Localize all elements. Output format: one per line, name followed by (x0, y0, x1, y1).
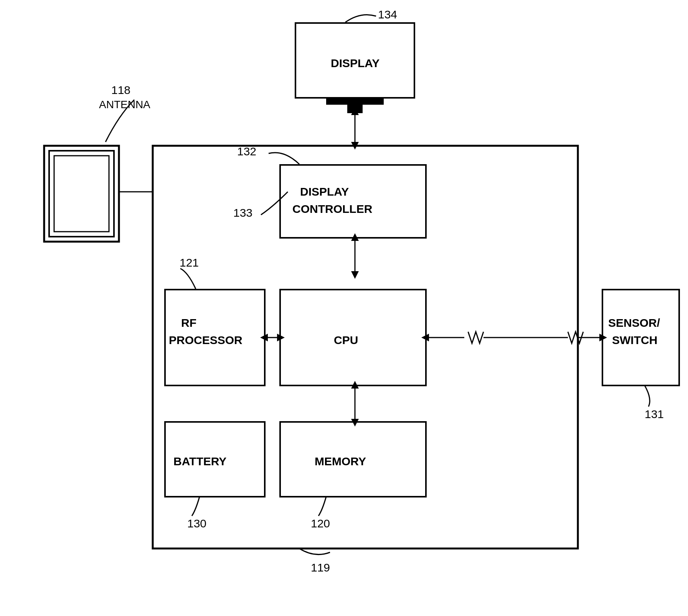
sensor-switch-label1: SENSOR/ (608, 316, 660, 329)
rf-processor-label2: PROCESSOR (169, 334, 243, 346)
antenna-ref: 118 (111, 84, 130, 96)
svg-rect-3 (54, 156, 109, 232)
memory-ref: 120 (311, 517, 330, 530)
battery-ref: 130 (187, 517, 206, 530)
memory-label: MEMORY (315, 455, 366, 468)
display-controller-label2: CONTROLLER (292, 203, 373, 215)
main-board-ref: 119 (311, 561, 330, 574)
diagram-container: 118 ANTENNA 119 DISPLAY 134 DISPLAY CONT… (0, 0, 688, 616)
display-label: DISPLAY (331, 57, 379, 69)
sensor-switch-ref: 131 (645, 408, 664, 420)
cpu-label: CPU (334, 334, 358, 346)
antenna-label: ANTENNA (99, 99, 150, 110)
sensor-switch-label2: SWITCH (612, 334, 657, 346)
rf-processor-ref: 121 (180, 256, 199, 269)
display-controller-box (280, 165, 426, 238)
display-controller-ref: 132 (237, 145, 256, 158)
display-ref: 134 (378, 8, 397, 21)
battery-label: BATTERY (173, 455, 226, 468)
display-controller-label1: DISPLAY (300, 185, 349, 198)
ref133-label: 133 (233, 206, 252, 219)
rf-processor-label1: RF (181, 316, 196, 329)
